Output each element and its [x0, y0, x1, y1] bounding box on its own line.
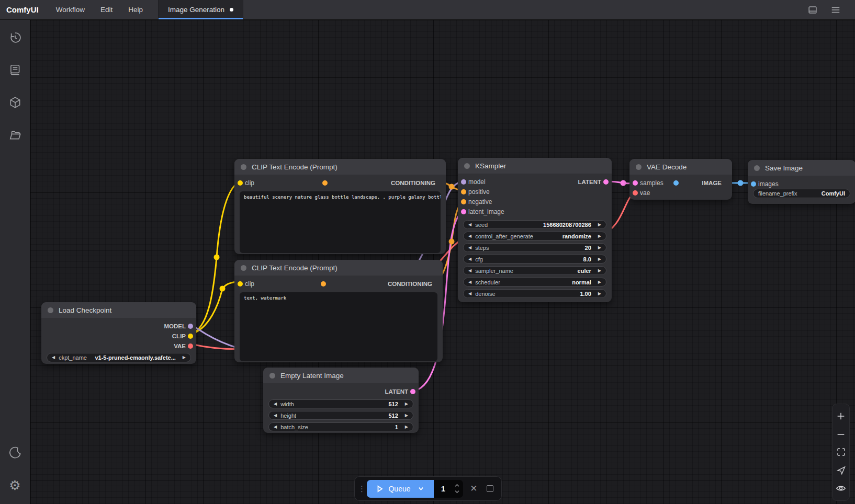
node-vae-decode[interactable]: VAE Decode samples IMAGE vae: [629, 159, 732, 200]
next-arrow-icon[interactable]: ▶: [598, 234, 601, 238]
widget-seed[interactable]: ◀ seed 156680208700286 ▶: [463, 220, 606, 229]
collapse-dot[interactable]: [464, 163, 470, 169]
widget-cfg[interactable]: ◀ cfg 8.0 ▶: [463, 255, 606, 264]
prev-arrow-icon[interactable]: ◀: [468, 269, 471, 273]
widget-steps[interactable]: ◀ steps 20 ▶: [463, 243, 606, 252]
negative-prompt-textarea[interactable]: text, watermark: [240, 292, 437, 361]
node-header[interactable]: Load Checkpoint: [41, 302, 196, 318]
bottom-panel-icon[interactable]: [807, 4, 818, 16]
latent-port[interactable]: [410, 389, 415, 394]
output-slot-vae[interactable]: VAE: [41, 341, 196, 351]
toggle-link-visibility-button[interactable]: [835, 483, 847, 494]
widget-sampler-name[interactable]: ◀ sampler_name euler ▶: [463, 266, 606, 275]
sidebar-item-browse[interactable]: [5, 124, 26, 145]
node-save-image[interactable]: Save Image images filename_prefix ComfyU…: [748, 160, 855, 204]
batch-count-box[interactable]: 1: [434, 480, 463, 498]
menu-workflow[interactable]: Workflow: [48, 0, 93, 19]
zoom-in-button[interactable]: [835, 410, 847, 422]
clip-port[interactable]: [188, 334, 193, 339]
collapse-dot[interactable]: [241, 164, 246, 170]
prev-arrow-icon[interactable]: ◀: [468, 292, 471, 296]
widget-width[interactable]: ◀ width 512 ▶: [268, 399, 413, 408]
collapse-dot[interactable]: [241, 265, 246, 271]
node-empty-latent-image[interactable]: Empty Latent Image LATENT ◀ width 512 ▶ …: [263, 368, 419, 433]
node-header[interactable]: KSampler: [458, 158, 612, 174]
sidebar-item-workflows[interactable]: [5, 60, 26, 81]
tab-image-generation[interactable]: Image Generation: [159, 0, 243, 19]
next-arrow-icon[interactable]: ▶: [598, 223, 601, 227]
output-slot-latent[interactable]: LATENT: [263, 386, 419, 396]
menu-edit[interactable]: Edit: [93, 0, 120, 19]
zoom-out-button[interactable]: [835, 429, 847, 440]
next-arrow-icon[interactable]: ▶: [405, 425, 408, 429]
node-header[interactable]: VAE Decode: [629, 159, 732, 175]
model-port[interactable]: [461, 179, 466, 185]
clip-port[interactable]: [238, 281, 243, 287]
conditioning-port[interactable]: [322, 180, 328, 186]
image-port[interactable]: [673, 180, 679, 186]
next-arrow-icon[interactable]: ▶: [598, 257, 601, 261]
select-mode-button[interactable]: [835, 464, 847, 476]
input-slot-positive[interactable]: positive: [458, 187, 612, 197]
fit-view-button[interactable]: [835, 446, 847, 458]
sidebar-item-models[interactable]: [5, 92, 26, 113]
output-slot-conditioning[interactable]: CONDITIONING: [318, 279, 443, 289]
output-slot-conditioning[interactable]: CONDITIONING: [319, 178, 446, 188]
conditioning-port[interactable]: [461, 189, 466, 194]
prev-arrow-icon[interactable]: ◀: [468, 234, 471, 238]
menu-help[interactable]: Help: [120, 0, 151, 19]
next-arrow-icon[interactable]: ▶: [405, 414, 408, 418]
widget-filename-prefix[interactable]: filename_prefix ComfyUI: [753, 189, 850, 198]
stop-button[interactable]: [485, 483, 497, 495]
hamburger-menu-icon[interactable]: [830, 4, 841, 16]
queue-button[interactable]: Queue: [367, 480, 434, 498]
node-ksampler[interactable]: KSampler model positive negative latent_…: [458, 158, 612, 302]
batch-count-value[interactable]: 1: [441, 485, 454, 493]
positive-prompt-textarea[interactable]: beautiful scenery nature glass bottle la…: [240, 191, 441, 253]
prev-arrow-icon[interactable]: ◀: [468, 246, 471, 250]
input-slot-clip[interactable]: clip CONDITIONING: [234, 279, 443, 289]
step-up-icon[interactable]: [454, 484, 460, 487]
sidebar-item-history[interactable]: [5, 27, 26, 48]
collapse-dot[interactable]: [269, 373, 275, 379]
output-slot-latent[interactable]: LATENT: [520, 177, 612, 187]
node-header[interactable]: CLIP Text Encode (Prompt): [234, 159, 446, 175]
prev-arrow-icon[interactable]: ◀: [468, 223, 471, 227]
conditioning-port[interactable]: [321, 281, 326, 287]
collapse-dot[interactable]: [636, 164, 642, 170]
next-arrow-icon[interactable]: ▶: [183, 356, 186, 360]
input-slot-clip[interactable]: clip CONDITIONING: [234, 178, 446, 188]
collapse-dot[interactable]: [754, 165, 760, 171]
widget-ckpt-name[interactable]: ◀ ckpt_name v1-5-pruned-emaonly.safete..…: [47, 353, 191, 362]
next-arrow-icon[interactable]: ▶: [598, 246, 601, 250]
clip-port[interactable]: [238, 180, 243, 186]
node-clip-text-encode-positive[interactable]: CLIP Text Encode (Prompt) clip CONDITION…: [234, 159, 446, 254]
input-slot-vae[interactable]: vae: [629, 188, 732, 198]
widget-control-after-generate[interactable]: ◀ control_after_generate randomize ▶: [463, 232, 606, 240]
node-load-checkpoint[interactable]: Load Checkpoint MODEL CLIP VAE ◀ ckpt_na…: [41, 302, 196, 364]
node-clip-text-encode-negative[interactable]: CLIP Text Encode (Prompt) clip CONDITION…: [234, 260, 443, 362]
widget-denoise[interactable]: ◀ denoise 1.00 ▶: [463, 289, 606, 298]
latent-port[interactable]: [461, 209, 466, 214]
prev-arrow-icon[interactable]: ◀: [274, 402, 277, 406]
prev-arrow-icon[interactable]: ◀: [52, 356, 55, 360]
latent-port[interactable]: [603, 179, 609, 185]
next-arrow-icon[interactable]: ▶: [598, 280, 601, 284]
image-port[interactable]: [751, 181, 756, 187]
input-slot-negative[interactable]: negative: [458, 197, 612, 207]
widget-height[interactable]: ◀ height 512 ▶: [268, 411, 413, 420]
graph-canvas[interactable]: [30, 20, 855, 504]
sidebar-item-settings[interactable]: ⚙: [5, 475, 26, 496]
vae-port[interactable]: [188, 343, 193, 349]
vae-port[interactable]: [633, 190, 638, 196]
node-header[interactable]: Save Image: [748, 160, 855, 176]
prev-arrow-icon[interactable]: ◀: [274, 425, 277, 429]
sidebar-item-theme[interactable]: [5, 442, 26, 463]
output-slot-model[interactable]: MODEL: [41, 321, 196, 331]
drag-handle[interactable]: ⋮: [358, 486, 362, 491]
input-slot-images[interactable]: images: [748, 179, 855, 189]
node-header[interactable]: CLIP Text Encode (Prompt): [234, 260, 443, 276]
prev-arrow-icon[interactable]: ◀: [468, 257, 471, 261]
input-slot-latent-image[interactable]: latent_image: [458, 207, 612, 216]
node-header[interactable]: Empty Latent Image: [263, 368, 419, 383]
